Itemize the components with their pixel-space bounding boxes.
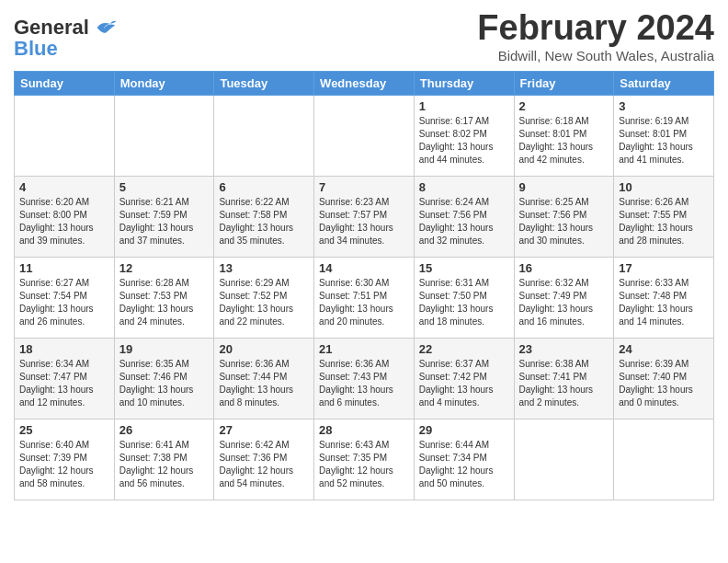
day-number: 16 [519,261,609,275]
day-info: Sunrise: 6:22 AM Sunset: 7:58 PM Dayligh… [219,196,309,247]
calendar-title: February 2024 [477,9,714,48]
day-number: 3 [619,99,709,113]
day-cell: 8Sunrise: 6:24 AM Sunset: 7:56 PM Daylig… [414,176,514,257]
day-number: 24 [619,342,709,356]
calendar-subtitle: Bidwill, New South Wales, Australia [477,48,714,63]
day-cell [314,95,415,176]
header: General Blue February 2024 Bidwill, New … [14,9,714,63]
day-info: Sunrise: 6:31 AM Sunset: 7:50 PM Dayligh… [419,277,509,328]
day-cell: 3Sunrise: 6:19 AM Sunset: 8:01 PM Daylig… [614,95,714,176]
day-info: Sunrise: 6:36 AM Sunset: 7:43 PM Dayligh… [319,358,409,409]
day-number: 23 [519,342,609,356]
day-info: Sunrise: 6:37 AM Sunset: 7:42 PM Dayligh… [419,358,509,409]
day-cell: 1Sunrise: 6:17 AM Sunset: 8:02 PM Daylig… [414,95,514,176]
day-number: 4 [19,180,109,194]
day-number: 19 [119,342,210,356]
day-number: 15 [419,261,509,275]
day-cell: 5Sunrise: 6:21 AM Sunset: 7:59 PM Daylig… [114,176,214,257]
day-cell: 17Sunrise: 6:33 AM Sunset: 7:48 PM Dayli… [614,257,714,338]
header-row: SundayMondayTuesdayWednesdayThursdayFrid… [15,71,714,95]
day-number: 14 [319,261,409,275]
day-cell: 16Sunrise: 6:32 AM Sunset: 7:49 PM Dayli… [514,257,614,338]
day-cell: 29Sunrise: 6:44 AM Sunset: 7:34 PM Dayli… [414,419,514,500]
title-area: February 2024 Bidwill, New South Wales, … [477,9,714,63]
day-info: Sunrise: 6:30 AM Sunset: 7:51 PM Dayligh… [319,277,409,328]
day-info: Sunrise: 6:23 AM Sunset: 7:57 PM Dayligh… [319,196,409,247]
day-cell: 25Sunrise: 6:40 AM Sunset: 7:39 PM Dayli… [15,419,115,500]
day-cell: 12Sunrise: 6:28 AM Sunset: 7:53 PM Dayli… [114,257,214,338]
day-info: Sunrise: 6:27 AM Sunset: 7:54 PM Dayligh… [19,277,109,328]
day-number: 1 [419,99,509,113]
day-number: 12 [119,261,210,275]
day-info: Sunrise: 6:17 AM Sunset: 8:02 PM Dayligh… [419,115,509,167]
day-cell: 19Sunrise: 6:35 AM Sunset: 7:46 PM Dayli… [114,338,214,419]
day-cell [514,419,614,500]
day-number: 26 [119,423,210,437]
day-info: Sunrise: 6:41 AM Sunset: 7:38 PM Dayligh… [119,439,210,490]
week-row-0: 1Sunrise: 6:17 AM Sunset: 8:02 PM Daylig… [15,95,714,176]
day-cell: 15Sunrise: 6:31 AM Sunset: 7:50 PM Dayli… [414,257,514,338]
day-cell: 6Sunrise: 6:22 AM Sunset: 7:58 PM Daylig… [214,176,314,257]
day-info: Sunrise: 6:38 AM Sunset: 7:41 PM Dayligh… [519,358,609,409]
day-number: 9 [519,180,609,194]
day-cell: 14Sunrise: 6:30 AM Sunset: 7:51 PM Dayli… [314,257,415,338]
week-row-1: 4Sunrise: 6:20 AM Sunset: 8:00 PM Daylig… [15,176,714,257]
day-cell [214,95,314,176]
day-cell: 7Sunrise: 6:23 AM Sunset: 7:57 PM Daylig… [314,176,415,257]
col-header-monday: Monday [114,71,214,95]
day-info: Sunrise: 6:26 AM Sunset: 7:55 PM Dayligh… [619,196,709,247]
day-number: 29 [419,423,509,437]
day-number: 17 [619,261,709,275]
day-number: 8 [419,180,509,194]
calendar-table: SundayMondayTuesdayWednesdayThursdayFrid… [14,71,714,500]
day-info: Sunrise: 6:20 AM Sunset: 8:00 PM Dayligh… [19,196,109,247]
day-number: 28 [319,423,409,437]
day-info: Sunrise: 6:43 AM Sunset: 7:35 PM Dayligh… [319,439,409,490]
week-row-4: 25Sunrise: 6:40 AM Sunset: 7:39 PM Dayli… [15,419,714,500]
day-cell [114,95,214,176]
day-info: Sunrise: 6:40 AM Sunset: 7:39 PM Dayligh… [19,439,109,490]
col-header-saturday: Saturday [614,71,714,95]
day-info: Sunrise: 6:36 AM Sunset: 7:44 PM Dayligh… [219,358,309,409]
day-info: Sunrise: 6:24 AM Sunset: 7:56 PM Dayligh… [419,196,509,247]
day-info: Sunrise: 6:42 AM Sunset: 7:36 PM Dayligh… [219,439,309,490]
day-number: 2 [519,99,609,113]
day-number: 22 [419,342,509,356]
col-header-sunday: Sunday [15,71,115,95]
day-cell: 2Sunrise: 6:18 AM Sunset: 8:01 PM Daylig… [514,95,614,176]
day-info: Sunrise: 6:33 AM Sunset: 7:48 PM Dayligh… [619,277,709,328]
logo-text: General [14,17,89,39]
week-row-3: 18Sunrise: 6:34 AM Sunset: 7:47 PM Dayli… [15,338,714,419]
day-number: 5 [119,180,210,194]
day-cell: 20Sunrise: 6:36 AM Sunset: 7:44 PM Dayli… [214,338,314,419]
day-number: 13 [219,261,309,275]
day-cell: 26Sunrise: 6:41 AM Sunset: 7:38 PM Dayli… [114,419,214,500]
day-cell: 21Sunrise: 6:36 AM Sunset: 7:43 PM Dayli… [314,338,415,419]
day-info: Sunrise: 6:28 AM Sunset: 7:53 PM Dayligh… [119,277,210,328]
day-cell: 4Sunrise: 6:20 AM Sunset: 8:00 PM Daylig… [15,176,115,257]
day-cell: 23Sunrise: 6:38 AM Sunset: 7:41 PM Dayli… [514,338,614,419]
col-header-thursday: Thursday [414,71,514,95]
col-header-friday: Friday [514,71,614,95]
logo: General Blue [14,15,118,61]
day-info: Sunrise: 6:44 AM Sunset: 7:34 PM Dayligh… [419,439,509,490]
day-cell: 9Sunrise: 6:25 AM Sunset: 7:56 PM Daylig… [514,176,614,257]
day-number: 18 [19,342,109,356]
logo-blue: Blue [14,37,58,61]
day-cell: 11Sunrise: 6:27 AM Sunset: 7:54 PM Dayli… [15,257,115,338]
day-cell: 13Sunrise: 6:29 AM Sunset: 7:52 PM Dayli… [214,257,314,338]
day-info: Sunrise: 6:25 AM Sunset: 7:56 PM Dayligh… [519,196,609,247]
day-info: Sunrise: 6:18 AM Sunset: 8:01 PM Dayligh… [519,115,609,167]
day-cell: 24Sunrise: 6:39 AM Sunset: 7:40 PM Dayli… [614,338,714,419]
day-number: 6 [219,180,309,194]
col-header-tuesday: Tuesday [214,71,314,95]
col-header-wednesday: Wednesday [314,71,415,95]
day-cell [614,419,714,500]
day-info: Sunrise: 6:34 AM Sunset: 7:47 PM Dayligh… [19,358,109,409]
day-info: Sunrise: 6:35 AM Sunset: 7:46 PM Dayligh… [119,358,210,409]
day-number: 27 [219,423,309,437]
day-info: Sunrise: 6:32 AM Sunset: 7:49 PM Dayligh… [519,277,609,328]
day-number: 11 [19,261,109,275]
day-cell: 28Sunrise: 6:43 AM Sunset: 7:35 PM Dayli… [314,419,415,500]
day-cell [15,95,115,176]
